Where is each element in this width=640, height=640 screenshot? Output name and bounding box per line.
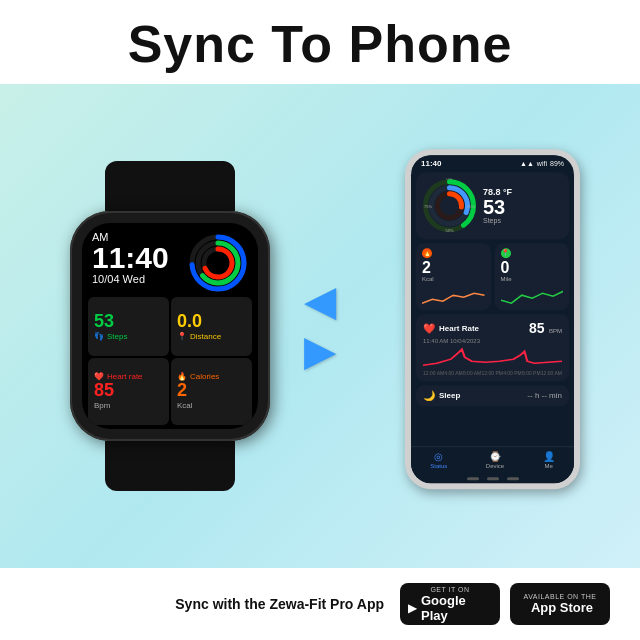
phone-container: 11:40 ▲▲ wifi 89% (400, 149, 585, 489)
signal-icon: ▲▲ (520, 160, 534, 167)
phone-status-icons: ▲▲ wifi 89% (520, 159, 564, 168)
phone-kcal-card: 🔥 2 Kcal (416, 243, 491, 310)
phone-hr-value: 85 (529, 320, 545, 336)
phone-mile-chart (501, 285, 564, 305)
phone-ring-card: 0% 25% 50% 75% 78.8 °F 53 Steps (416, 172, 569, 239)
watch-heartrate-unit: Bpm (94, 401, 163, 410)
gesture-home (487, 477, 499, 480)
device-nav-icon: ⌚ (489, 451, 501, 462)
phone-sleep-title: 🌙 Sleep (423, 390, 460, 401)
title-bar: Sync To Phone (0, 0, 640, 84)
bottom-strip: Sync with the Zewa-Fit Pro App GET IT ON… (0, 568, 640, 640)
phone-hr-times: 12:00 AM 4:00 AM 8:00 AM 12:00 PM 4:00 P… (423, 370, 562, 376)
phone-hr-label: Heart Rate (439, 324, 479, 333)
watch-steps-label: 👣 Steps (94, 332, 163, 341)
phone-hr-timestamp: 11:40 AM 10/04/2023 (423, 338, 562, 344)
watch-band-bottom (105, 441, 235, 491)
phone-steps: 53 (483, 197, 563, 217)
status-nav-icon: ◎ (434, 451, 443, 462)
watch-distance-cell: 0.0 📍 Distance (171, 297, 252, 356)
battery-icon: 89% (550, 160, 564, 167)
watch-container: AM 11:40 10/04 Wed (60, 161, 280, 491)
app-store-badge[interactable]: Available on the App Store (510, 583, 610, 625)
phone-nav-status[interactable]: ◎ Status (430, 451, 447, 469)
watch-top-row: AM 11:40 10/04 Wed (82, 223, 258, 293)
phone-status-bar: 11:40 ▲▲ wifi 89% (411, 155, 574, 170)
watch-activity-rings (188, 233, 248, 293)
watch-calories-label: 🔥 Calories (177, 372, 246, 381)
watch-body: AM 11:40 10/04 Wed (70, 211, 270, 441)
arrow-left-icon: ◀ (304, 280, 336, 322)
phone-bottom-nav: ◎ Status ⌚ Device 👤 Me (411, 446, 574, 473)
distance-icon: 📍 (177, 332, 187, 341)
google-play-label: Google Play (421, 593, 492, 623)
phone-heart-icon: ❤️ (423, 323, 435, 334)
phone-hr-header: ❤️ Heart Rate 85 BPM (423, 319, 562, 337)
app-store-label: App Store (531, 600, 593, 615)
phone-nav-me[interactable]: 👤 Me (543, 451, 555, 469)
watch-heartrate-value: 85 (94, 381, 163, 401)
phone-sleep-label: Sleep (439, 391, 460, 400)
google-play-badge[interactable]: GET IT ON ▶ Google Play (400, 583, 500, 625)
phone-steps-label: Steps (483, 217, 563, 224)
phone-content: 0% 25% 50% 75% 78.8 °F 53 Steps (411, 170, 574, 446)
phone-sleep-card: 🌙 Sleep -- h -- min (416, 385, 569, 406)
watch-steps-value: 53 (94, 312, 163, 332)
sync-app-text: Sync with the Zewa-Fit Pro App (175, 596, 384, 612)
phone-mile-unit: Mile (501, 276, 564, 282)
phone-mile-value: 0 (501, 260, 564, 276)
phone-gesture-bar (411, 473, 574, 483)
watch-heartrate-cell: ❤️ Heart rate 85 Bpm (88, 358, 169, 426)
watch-screen: AM 11:40 10/04 Wed (82, 223, 258, 429)
google-play-row: ▶ Google Play (408, 593, 492, 623)
phone-sleep-value: -- h -- min (527, 391, 562, 400)
watch-distance-value: 0.0 (177, 312, 246, 332)
wifi-icon: wifi (537, 160, 547, 167)
kcal-icon: 🔥 (422, 248, 432, 258)
phone-hr-title: ❤️ Heart Rate (423, 323, 479, 334)
svg-text:50%: 50% (445, 228, 453, 233)
arrow-right-icon: ▶ (304, 330, 336, 372)
page-title: Sync To Phone (0, 14, 640, 74)
page: Sync To Phone AM 11:40 10/04 Wed (0, 0, 640, 640)
phone-kcal-unit: Kcal (422, 276, 485, 282)
watch-data-grid: 53 👣 Steps 0.0 📍 Distance (82, 293, 258, 429)
google-play-get-it: GET IT ON (430, 586, 469, 593)
me-nav-icon: 👤 (543, 451, 555, 462)
watch-calories-value: 2 (177, 381, 246, 401)
sync-arrows: ◀ ▶ (304, 280, 336, 372)
main-content: AM 11:40 10/04 Wed (0, 84, 640, 568)
google-play-icon: ▶ (408, 601, 417, 615)
phone-ring-info: 78.8 °F 53 Steps (483, 187, 563, 224)
phone-mile-card: 📍 0 Mile (495, 243, 570, 310)
watch-calories-unit: Kcal (177, 401, 246, 410)
svg-text:25%: 25% (467, 204, 475, 209)
phone-kcal-chart (422, 285, 485, 305)
phone-body: 11:40 ▲▲ wifi 89% (405, 149, 580, 489)
mile-icon: 📍 (501, 248, 511, 258)
watch-calories-cell: 🔥 Calories 2 Kcal (171, 358, 252, 426)
sleep-icon: 🌙 (423, 390, 435, 401)
phone-stats-row: 🔥 2 Kcal (416, 243, 569, 310)
svg-text:0%: 0% (447, 178, 453, 181)
phone-hr-chart (423, 347, 562, 369)
phone-screen: 11:40 ▲▲ wifi 89% (411, 155, 574, 483)
phone-heartrate-card: ❤️ Heart Rate 85 BPM 11:40 AM 10/04/2023 (416, 314, 569, 381)
phone-hr-unit: BPM (549, 328, 562, 334)
watch-steps-cell: 53 👣 Steps (88, 297, 169, 356)
phone-activity-ring: 0% 25% 50% 75% (422, 178, 477, 233)
svg-text:75%: 75% (424, 204, 432, 209)
watch-time: 11:40 (92, 243, 169, 273)
phone-kcal-value: 2 (422, 260, 485, 276)
phone-mile-header: 📍 (501, 248, 564, 258)
gesture-recent (507, 477, 519, 480)
watch-band-top (105, 161, 235, 211)
gesture-back (467, 477, 479, 480)
phone-kcal-header: 🔥 (422, 248, 485, 258)
phone-hr-value-group: 85 BPM (529, 319, 562, 337)
app-store-row: App Store (527, 600, 593, 615)
watch-distance-label: 📍 Distance (177, 332, 246, 341)
watch-time-section: AM 11:40 10/04 Wed (92, 231, 169, 285)
phone-nav-device[interactable]: ⌚ Device (486, 451, 504, 469)
steps-icon: 👣 (94, 332, 104, 341)
